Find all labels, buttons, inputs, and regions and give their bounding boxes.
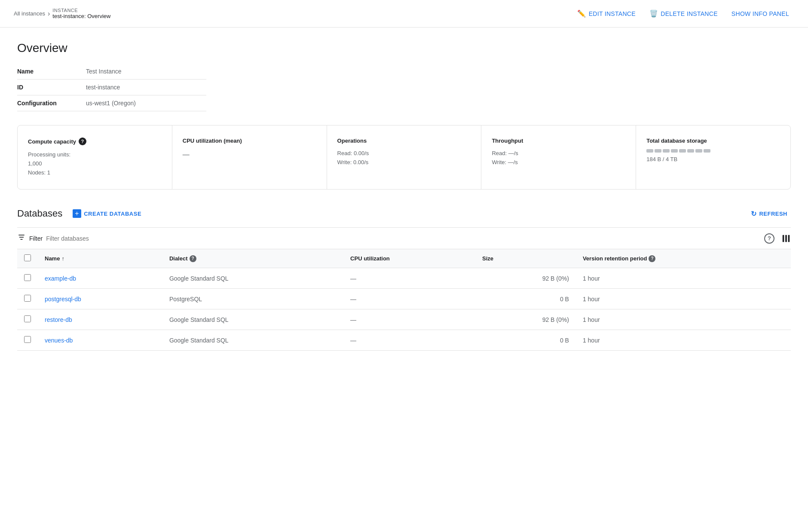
show-info-panel-button[interactable]: SHOW INFO PANEL: [726, 7, 794, 21]
databases-table: Name ↑ Dialect ? CPU utilization Size Ve…: [17, 249, 791, 351]
row-checkbox-cell: [17, 309, 38, 330]
compute-label: Compute capacity ?: [28, 138, 162, 145]
row-checkbox[interactable]: [24, 315, 31, 322]
operations-write: Write: 0.00/s: [337, 158, 471, 167]
breadcrumb: All instances › INSTANCE test-instance: …: [14, 8, 110, 19]
svg-rect-5: [788, 235, 790, 242]
storage-value: 184 B / 4 TB: [646, 155, 780, 164]
cpu-value: —: [183, 149, 316, 160]
row-checkbox[interactable]: [24, 295, 31, 302]
db-retention-cell: 1 hour: [576, 268, 791, 289]
db-name-cell[interactable]: postgresql-db: [38, 289, 162, 309]
db-cpu-cell: —: [343, 330, 475, 351]
instance-sub: test-instance: Overview: [52, 13, 110, 19]
overview-row: Configuration us-west1 (Oregon): [17, 95, 206, 111]
top-bar: All instances › INSTANCE test-instance: …: [0, 0, 808, 28]
throughput-section: Throughput Read: —/s Write: —/s: [481, 125, 636, 189]
col-size: Size: [475, 249, 576, 268]
db-name-cell[interactable]: restore-db: [38, 309, 162, 330]
overview-row: ID test-instance: [17, 79, 206, 95]
row-checkbox-cell: [17, 289, 38, 309]
db-cpu-cell: —: [343, 268, 475, 289]
svg-rect-3: [783, 235, 784, 242]
storage-bar-seg8: [704, 149, 710, 153]
db-dialect-cell: Google Standard SQL: [162, 330, 343, 351]
db-size-cell: 0 B: [475, 289, 576, 309]
col-retention: Version retention period ?: [576, 249, 791, 268]
filter-left: Filter: [17, 233, 132, 244]
name-sort-icon[interactable]: ↑: [61, 255, 64, 262]
refresh-icon: ↻: [751, 210, 757, 218]
db-size-cell: 0 B: [475, 330, 576, 351]
retention-help-icon[interactable]: ?: [649, 255, 655, 262]
dialect-help-icon[interactable]: ?: [190, 255, 196, 262]
overview-key: ID: [17, 79, 86, 95]
storage-bar-seg6: [687, 149, 694, 153]
storage-bar-used: [646, 149, 653, 153]
overview-table: Name Test Instance ID test-instance Conf…: [17, 64, 206, 111]
columns-icon[interactable]: [781, 234, 791, 243]
db-name-cell[interactable]: venues-db: [38, 330, 162, 351]
db-retention-cell: 1 hour: [576, 309, 791, 330]
db-cpu-cell: —: [343, 289, 475, 309]
top-actions: ✏️ EDIT INSTANCE 🗑️ DELETE INSTANCE SHOW…: [572, 6, 794, 21]
cpu-dash: —: [183, 151, 190, 158]
delete-icon: 🗑️: [649, 9, 658, 18]
row-checkbox-cell: [17, 330, 38, 351]
db-size-cell: 92 B (0%): [475, 309, 576, 330]
select-all-checkbox[interactable]: [24, 254, 31, 261]
select-all-header: [17, 249, 38, 268]
row-checkbox[interactable]: [24, 336, 31, 343]
storage-bar-seg2: [655, 149, 661, 153]
breadcrumb-chevron: ›: [48, 10, 50, 18]
storage-bar-seg4: [671, 149, 678, 153]
storage-bar-seg3: [663, 149, 670, 153]
all-instances-link[interactable]: All instances: [14, 10, 45, 17]
main-content: Overview Name Test Instance ID test-inst…: [0, 28, 808, 364]
throughput-read: Read: —/s: [492, 149, 625, 158]
filter-row: Filter ?: [17, 227, 791, 249]
overview-value: Test Instance: [86, 64, 206, 79]
operations-label: Operations: [337, 138, 471, 144]
row-checkbox[interactable]: [24, 274, 31, 281]
compute-capacity-section: Compute capacity ? Processing units: 1,0…: [18, 125, 172, 189]
throughput-label: Throughput: [492, 138, 625, 144]
edit-icon: ✏️: [577, 9, 586, 18]
compute-help-icon[interactable]: ?: [79, 138, 86, 145]
db-dialect-cell: PostgreSQL: [162, 289, 343, 309]
storage-label: Total database storage: [646, 138, 780, 144]
db-size-cell: 92 B (0%): [475, 268, 576, 289]
refresh-button[interactable]: ↻ REFRESH: [747, 207, 791, 220]
db-dialect-cell: Google Standard SQL: [162, 268, 343, 289]
compute-line1: Processing units:: [28, 150, 162, 159]
db-cpu-cell: —: [343, 309, 475, 330]
plus-icon: +: [73, 209, 81, 218]
db-name-cell[interactable]: example-db: [38, 268, 162, 289]
table-row: restore-db Google Standard SQL — 92 B (0…: [17, 309, 791, 330]
db-retention-cell: 1 hour: [576, 289, 791, 309]
delete-instance-button[interactable]: 🗑️ DELETE INSTANCE: [644, 6, 723, 21]
create-database-button[interactable]: + CREATE DATABASE: [69, 207, 145, 220]
databases-title-row: Databases + CREATE DATABASE: [17, 207, 145, 220]
overview-value: test-instance: [86, 79, 206, 95]
operations-read: Read: 0.00/s: [337, 149, 471, 158]
svg-rect-4: [785, 235, 787, 242]
instance-label: INSTANCE: [52, 8, 110, 13]
overview-key: Name: [17, 64, 86, 79]
filter-input[interactable]: [46, 235, 132, 242]
col-name: Name ↑: [38, 249, 162, 268]
storage-bar-seg5: [679, 149, 686, 153]
databases-header: Databases + CREATE DATABASE ↻ REFRESH: [17, 207, 791, 220]
compute-value: Processing units: 1,000 Nodes: 1: [28, 150, 162, 177]
db-retention-cell: 1 hour: [576, 330, 791, 351]
table-header-row: Name ↑ Dialect ? CPU utilization Size Ve…: [17, 249, 791, 268]
overview-value: us-west1 (Oregon): [86, 95, 206, 111]
table-body: example-db Google Standard SQL — 92 B (0…: [17, 268, 791, 351]
throughput-value: Read: —/s Write: —/s: [492, 149, 625, 167]
edit-instance-button[interactable]: ✏️ EDIT INSTANCE: [572, 6, 641, 21]
operations-value: Read: 0.00/s Write: 0.00/s: [337, 149, 471, 167]
page-title: Overview: [17, 41, 791, 55]
row-checkbox-cell: [17, 268, 38, 289]
filter-help-icon[interactable]: ?: [764, 233, 774, 244]
storage-section: Total database storage 184 B / 4 TB: [636, 125, 790, 189]
